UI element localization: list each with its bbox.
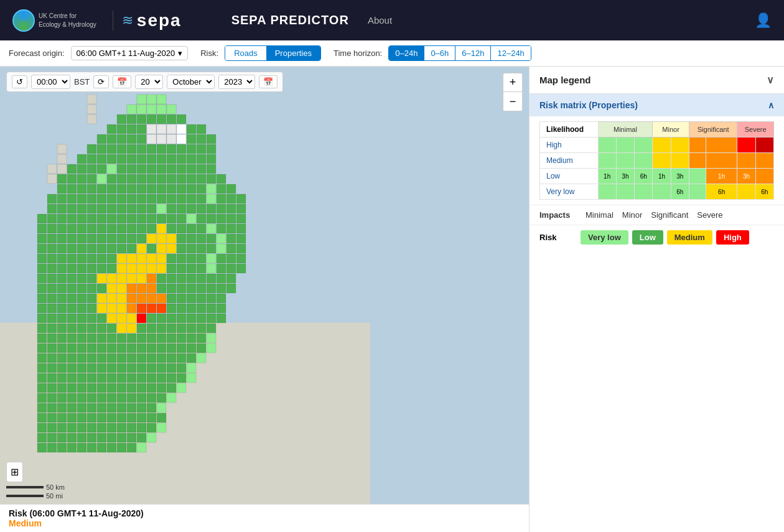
calendar-prev-button[interactable]: 📅 xyxy=(113,75,131,88)
layer-control-button[interactable]: ⊞ xyxy=(6,462,23,482)
cell: 6h xyxy=(706,184,737,200)
forecast-chevron-icon: ▾ xyxy=(178,49,182,58)
cell xyxy=(616,184,634,200)
year-select[interactable]: 2023 xyxy=(218,75,255,89)
zoom-in-button[interactable]: + xyxy=(503,73,522,92)
cell: 1h xyxy=(706,169,737,184)
legend-title: Map legend xyxy=(539,75,591,85)
day-select[interactable]: 20 xyxy=(135,75,163,89)
time-hour-select[interactable]: 00:00 xyxy=(31,75,70,89)
cell xyxy=(737,153,755,169)
forecast-select[interactable]: 06:00 GMT+1 11-Aug-2020 ▾ xyxy=(71,46,189,60)
cell xyxy=(689,138,706,153)
cell xyxy=(653,184,671,200)
cell xyxy=(706,138,737,153)
time-btn-6-12h[interactable]: 6–12h xyxy=(455,46,491,60)
cell xyxy=(598,138,616,153)
cell xyxy=(635,138,653,153)
time-horizon-group: 0–24h 0–6h 6–12h 12–24h xyxy=(388,45,531,61)
cell xyxy=(616,153,634,169)
header: UK Centre for Ecology & Hydrology ≋ sepa… xyxy=(0,0,784,40)
impacts-label: Impacts xyxy=(539,210,577,220)
cell: 1h xyxy=(653,169,671,184)
user-icon[interactable]: 👤 xyxy=(755,12,772,29)
app-title: SEPA PREDICTOR xyxy=(231,13,349,27)
globe-icon xyxy=(12,9,35,32)
cell: 6h xyxy=(755,184,773,200)
status-value: Medium xyxy=(9,518,520,528)
cell xyxy=(755,138,773,153)
time-btn-12-24h[interactable]: 12–24h xyxy=(491,46,530,60)
cell xyxy=(706,153,737,169)
scale-mi-label: 50 mi xyxy=(46,492,63,500)
legend-panel: Map legend ∨ Risk matrix (Properties) ∧ … xyxy=(529,67,784,532)
cell xyxy=(737,138,755,153)
row-label-high: High xyxy=(540,138,599,153)
cell xyxy=(689,169,706,184)
cell xyxy=(653,138,671,153)
map-container[interactable]: ↺ 00:00 BST ⟳ 📅 20 October 2023 📅 + − xyxy=(0,67,529,532)
risk-chip-high: High xyxy=(716,230,749,245)
risk-row-label: Risk xyxy=(539,233,577,242)
nav-about[interactable]: About xyxy=(368,15,392,26)
sepa-waves-icon: ≋ xyxy=(122,12,133,29)
cell xyxy=(653,153,671,169)
risk-btn-group: Roads Properties xyxy=(225,45,321,61)
impact-significant: Significant xyxy=(651,210,688,220)
zoom-out-button[interactable]: − xyxy=(503,92,522,111)
risk-label: Risk: xyxy=(200,49,218,58)
time-btn-0-24h[interactable]: 0–24h xyxy=(389,46,424,60)
sepa-logo: ≋ sepa xyxy=(113,11,182,30)
properties-button[interactable]: Properties xyxy=(266,46,320,60)
impacts-row: Impacts Minimal Minor Significant Severe xyxy=(530,205,784,225)
calendar-next-button[interactable]: 📅 xyxy=(259,75,278,88)
row-label-verylow: Very low xyxy=(540,184,599,200)
header-logo: UK Centre for Ecology & Hydrology ≋ sepa xyxy=(12,9,182,32)
time-btn-0-6h[interactable]: 0–6h xyxy=(424,46,455,60)
cell: 3h xyxy=(671,169,689,184)
risk-matrix-title: Risk matrix (Properties) xyxy=(539,100,638,110)
layers-icon: ⊞ xyxy=(11,467,19,477)
reset-time-button[interactable]: ⟳ xyxy=(93,75,109,88)
legend-collapse-button[interactable]: ∨ xyxy=(767,74,774,86)
replay-button[interactable]: ↺ xyxy=(12,75,27,88)
matrix-row-high: High xyxy=(540,138,774,153)
cell xyxy=(635,184,653,200)
likelihood-header: Likelihood xyxy=(540,122,599,138)
row-label-low: Low xyxy=(540,169,599,184)
cell xyxy=(737,184,755,200)
forecast-value: 06:00 GMT+1 11-Aug-2020 xyxy=(77,49,175,58)
ukceh-text: UK Centre for Ecology & Hydrology xyxy=(39,12,96,29)
matrix-row-medium: Medium xyxy=(540,153,774,169)
cell xyxy=(755,153,773,169)
risk-chip-verylow: Very low xyxy=(581,230,628,245)
cell xyxy=(635,153,653,169)
legend-header: Map legend ∨ xyxy=(530,67,784,94)
cell: 6h xyxy=(635,169,653,184)
roads-button[interactable]: Roads xyxy=(225,46,266,60)
cell: 3h xyxy=(616,169,634,184)
sepa-brand: sepa xyxy=(137,11,182,30)
scale-km-label: 50 km xyxy=(46,483,65,491)
toolbar: Forecast origin: 06:00 GMT+1 11-Aug-2020… xyxy=(0,40,784,67)
map-canvas xyxy=(0,67,529,532)
time-horizon-label: Time horizon: xyxy=(334,49,382,58)
risk-matrix-collapse-icon[interactable]: ∧ xyxy=(768,100,774,110)
cell xyxy=(671,153,689,169)
matrix-row-low: Low 1h 3h 6h 1h 3h 1h 3h xyxy=(540,169,774,184)
cell: 6h xyxy=(671,184,689,200)
cell xyxy=(689,184,706,200)
scale-control: 50 km 50 mi xyxy=(6,483,65,501)
time-controls-overlay: ↺ 00:00 BST ⟳ 📅 20 October 2023 📅 xyxy=(6,72,283,92)
cell xyxy=(671,138,689,153)
month-select[interactable]: October xyxy=(167,75,215,89)
risk-matrix-table: Likelihood Minimal Minor Significant Sev… xyxy=(539,121,774,200)
risk-matrix-header: Risk matrix (Properties) ∧ xyxy=(530,94,784,116)
risk-chip-low: Low xyxy=(632,230,663,245)
impact-minimal: Minimal xyxy=(586,210,614,220)
cell xyxy=(598,184,616,200)
cell xyxy=(616,138,634,153)
forecast-label: Forecast origin: xyxy=(9,49,65,58)
matrix-row-verylow: Very low 6h 6h 6h xyxy=(540,184,774,200)
risk-legend-row: Risk Very low Low Medium High xyxy=(530,225,784,250)
